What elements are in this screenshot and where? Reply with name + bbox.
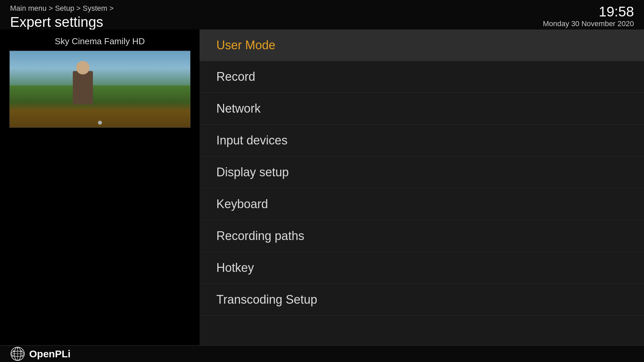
openpli-logo-icon — [10, 346, 25, 361]
clock-date: Monday 30 November 2020 — [543, 19, 634, 28]
svg-point-9 — [22, 356, 23, 357]
menu-item-display-setup[interactable]: Display setup — [200, 157, 644, 188]
channel-name: Sky Cinema Family HD — [55, 36, 145, 47]
menu-item-network[interactable]: Network — [200, 93, 644, 125]
logo-container: OpenPLi — [10, 346, 70, 361]
video-preview — [9, 51, 191, 128]
video-sky — [10, 51, 190, 85]
menu-item-user-mode[interactable]: User Mode — [200, 29, 644, 61]
menu-item-input-devices[interactable]: Input devices — [200, 125, 644, 157]
right-panel: User Mode Record Network Input devices D… — [200, 29, 644, 345]
clock-section: 19:58 Monday 30 November 2020 — [543, 4, 634, 28]
left-panel: Sky Cinema Family HD — [0, 29, 200, 345]
video-indicator — [98, 121, 102, 125]
menu-item-transcoding-setup[interactable]: Transcoding Setup — [200, 284, 644, 316]
menu-item-hotkey[interactable]: Hotkey — [200, 252, 644, 284]
svg-point-6 — [17, 348, 18, 349]
menu-item-record[interactable]: Record — [200, 61, 644, 93]
svg-point-5 — [13, 350, 14, 352]
svg-point-7 — [21, 350, 22, 352]
svg-point-8 — [12, 356, 13, 357]
menu-item-keyboard[interactable]: Keyboard — [200, 188, 644, 220]
header: Main menu > Setup > System > Expert sett… — [0, 0, 644, 34]
video-figure — [73, 71, 93, 105]
page-title: Expert settings — [10, 14, 634, 30]
clock-time: 19:58 — [543, 4, 634, 19]
breadcrumb: Main menu > Setup > System > — [10, 4, 634, 13]
main-content: Sky Cinema Family HD User Mode Record Ne… — [0, 29, 644, 345]
menu-item-recording-paths[interactable]: Recording paths — [200, 220, 644, 252]
footer: OpenPLi — [0, 345, 644, 362]
logo-text: OpenPLi — [29, 348, 70, 360]
